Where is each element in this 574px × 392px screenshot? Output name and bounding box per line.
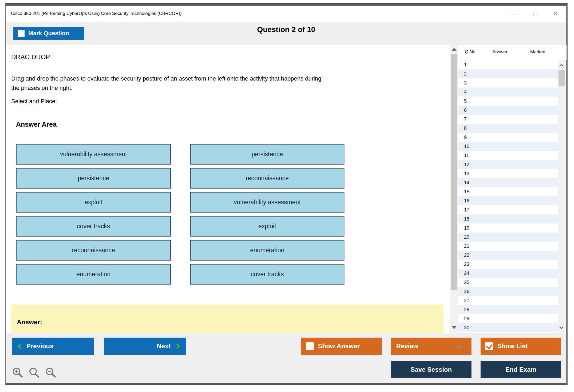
review-label: Review — [396, 342, 418, 350]
list-scroll-up-icon[interactable] — [559, 64, 564, 69]
question-row[interactable]: 2 — [458, 69, 558, 78]
question-row[interactable]: 3 — [458, 78, 558, 87]
question-row[interactable]: 29 — [458, 314, 558, 323]
question-list-header: Q No. Answer Marked — [458, 45, 567, 60]
question-row[interactable]: 23 — [458, 260, 558, 269]
column-answer: Answer — [492, 49, 508, 55]
question-prompt: Drag and drop the phases to evaluate the… — [11, 74, 329, 93]
question-row[interactable]: 9 — [458, 133, 558, 142]
question-row[interactable]: 7 — [458, 115, 558, 124]
list-scrollbar-thumb[interactable] — [559, 70, 565, 86]
content-scrollbar-thumb[interactable] — [451, 54, 457, 290]
question-row[interactable]: 17 — [458, 205, 558, 214]
question-row[interactable]: 18 — [458, 214, 558, 223]
question-row[interactable]: 6 — [458, 106, 558, 115]
review-button[interactable]: Review — [391, 338, 471, 355]
drag-item[interactable]: exploit — [16, 192, 171, 213]
question-row[interactable]: 10 — [458, 142, 558, 151]
show-answer-button[interactable]: Show Answer — [301, 338, 382, 355]
question-counter: Question 2 of 10 — [6, 25, 566, 34]
question-row[interactable]: 16 — [458, 196, 558, 205]
drag-item[interactable]: vulnerability assessment — [16, 144, 171, 165]
question-row[interactable]: 14 — [458, 178, 558, 187]
zoom-tools — [12, 367, 57, 379]
scroll-up-arrow-icon[interactable] — [452, 48, 457, 51]
drop-target[interactable]: enumeration — [190, 240, 344, 261]
question-row[interactable]: 21 — [458, 242, 558, 251]
list-scroll-down-icon[interactable] — [559, 325, 564, 329]
question-row[interactable]: 22 — [458, 251, 558, 260]
chevron-left-icon — [17, 343, 23, 349]
question-row[interactable]: 1 — [458, 60, 558, 69]
question-row[interactable]: 24 — [458, 269, 558, 278]
drag-items-column: vulnerability assessmentpersistenceexplo… — [16, 144, 171, 288]
drop-target[interactable]: exploit — [190, 216, 344, 237]
question-row[interactable]: 25 — [458, 278, 558, 287]
minimize-icon[interactable]: — — [511, 10, 518, 18]
question-row[interactable]: 19 — [458, 223, 558, 233]
drop-target[interactable]: vulnerability assessment — [190, 192, 344, 213]
question-list: 1234567891011121314151617181920212223242… — [458, 60, 558, 333]
previous-button[interactable]: Previous — [12, 338, 94, 355]
show-list-checkbox-icon[interactable] — [485, 342, 493, 350]
question-row[interactable]: 11 — [458, 151, 558, 160]
next-button[interactable]: Next — [104, 338, 186, 355]
chevron-right-icon — [175, 343, 180, 349]
end-exam-label: End Exam — [505, 366, 536, 373]
show-list-button[interactable]: Show List — [481, 338, 561, 355]
exam-window: Cisco 350-201 (Performing CyberOps Using… — [5, 3, 568, 385]
drop-target[interactable]: reconnaissance — [190, 168, 344, 189]
question-list-scrollbar[interactable] — [558, 60, 565, 333]
drop-targets-column: persistencereconnaissancevulnerability a… — [190, 144, 344, 288]
close-icon[interactable]: ✕ — [553, 10, 558, 18]
question-type-label: DRAG DROP — [11, 53, 50, 61]
show-list-label: Show List — [497, 342, 528, 350]
drag-item[interactable]: reconnaissance — [16, 240, 171, 261]
select-and-place-label: Select and Place: — [11, 98, 57, 105]
save-session-label: Save Session — [411, 366, 452, 373]
column-qno: Q No. — [465, 49, 477, 55]
zoom-in-icon[interactable] — [12, 367, 24, 379]
main-area: DRAG DROP Drag and drop the phases to ev… — [6, 45, 566, 333]
drag-item[interactable]: persistence — [16, 168, 171, 189]
question-row[interactable]: 8 — [458, 124, 558, 133]
drop-target[interactable]: persistence — [190, 144, 344, 165]
scroll-down-arrow-icon[interactable] — [452, 326, 457, 329]
save-session-button[interactable]: Save Session — [391, 361, 471, 378]
column-marked: Marked — [530, 49, 545, 55]
content-scrollbar[interactable] — [450, 45, 458, 333]
question-row[interactable]: 13 — [458, 169, 558, 178]
window-controls: — □ ✕ — [511, 6, 558, 22]
drag-item[interactable]: cover tracks — [16, 216, 171, 237]
question-list-sidebar: Q No. Answer Marked 12345678910111213141… — [458, 45, 566, 333]
question-row[interactable]: 12 — [458, 160, 558, 169]
bottom-toolbar: Previous Next Show Answer Review Show Li… — [6, 333, 566, 383]
question-row[interactable]: 15 — [458, 187, 558, 196]
drag-item[interactable]: enumeration — [16, 264, 171, 285]
question-row[interactable]: 30 — [458, 323, 558, 332]
triangle-up-icon — [456, 345, 461, 348]
zoom-out-icon[interactable] — [45, 367, 57, 379]
title-bar: Cisco 350-201 (Performing CyberOps Using… — [6, 6, 566, 22]
question-header: Mark Question Question 2 of 10 — [6, 22, 566, 45]
drop-target[interactable]: cover tracks — [190, 264, 344, 285]
question-row[interactable]: 5 — [458, 97, 558, 106]
answer-area-label: Answer Area — [16, 121, 57, 128]
previous-label: Previous — [26, 342, 53, 350]
end-exam-button[interactable]: End Exam — [481, 361, 561, 378]
show-answer-checkbox-icon[interactable] — [306, 342, 314, 350]
question-row[interactable]: 27 — [458, 296, 558, 305]
show-answer-label: Show Answer — [318, 342, 360, 350]
next-label: Next — [157, 342, 171, 350]
zoom-reset-icon[interactable] — [29, 367, 40, 379]
maximize-icon[interactable]: □ — [533, 10, 537, 18]
question-row[interactable]: 28 — [458, 305, 558, 314]
answer-label: Answer: — [17, 318, 42, 326]
window-title: Cisco 350-201 (Performing CyberOps Using… — [11, 6, 182, 22]
question-row[interactable]: 26 — [458, 287, 558, 296]
answer-strip: Answer: — [11, 305, 443, 333]
question-panel: DRAG DROP Drag and drop the phases to ev… — [6, 45, 450, 333]
question-row[interactable]: 20 — [458, 233, 558, 242]
question-row[interactable]: 4 — [458, 87, 558, 97]
